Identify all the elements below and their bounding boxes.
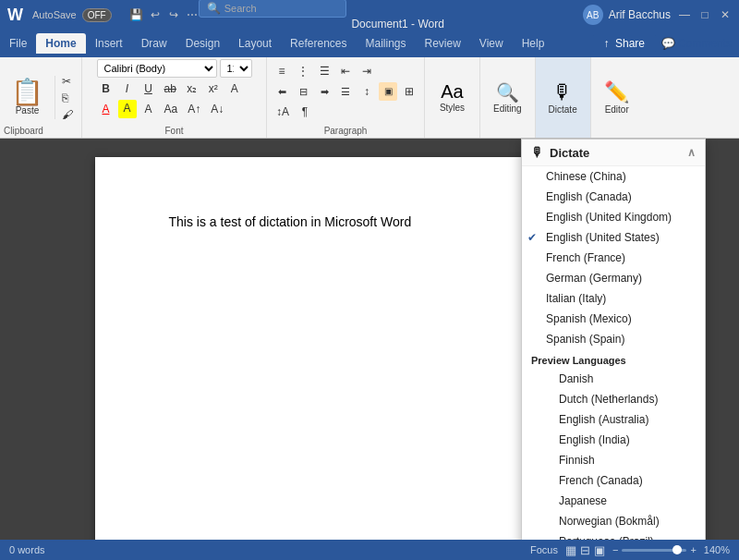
lang-finnish[interactable]: Finnish [522, 450, 705, 470]
tab-design[interactable]: Design [176, 33, 229, 54]
font-group: Calibri (Body) 11 B I U ab x₂ x² A A [82, 57, 267, 138]
subscript-button[interactable]: x₂ [183, 79, 201, 98]
highlight-button[interactable]: A [118, 100, 137, 118]
tab-draw[interactable]: Draw [132, 33, 176, 54]
lang-english-uk[interactable]: English (United Kingdom) [522, 207, 705, 227]
share-icon: ↑ [604, 37, 610, 50]
grow-font-button[interactable]: A↑ [184, 100, 204, 118]
superscript-button[interactable]: x² [204, 79, 223, 98]
increase-indent-button[interactable]: ⇥ [357, 62, 376, 80]
multilevel-button[interactable]: ☰ [315, 62, 333, 80]
lang-spanish-spain[interactable]: Spanish (Spain) [522, 329, 705, 349]
tab-view[interactable]: View [470, 33, 513, 54]
restore-button[interactable]: □ [698, 8, 711, 21]
read-view-icon[interactable]: ▣ [594, 543, 605, 557]
editor-button[interactable]: ✏️ Editor [597, 77, 637, 118]
lang-dutch-netherlands[interactable]: Dutch (Netherlands) [522, 389, 705, 409]
underline-button[interactable]: U [139, 79, 158, 98]
styles-button[interactable]: Aa Styles [432, 78, 473, 116]
tab-insert[interactable]: Insert [86, 33, 132, 54]
dictate-dropdown-close[interactable]: ∧ [687, 146, 696, 159]
tab-home[interactable]: Home [36, 33, 85, 54]
lang-chinese-china[interactable]: Chinese (China) [522, 166, 705, 187]
zoom-slider-track[interactable] [622, 549, 686, 552]
font-color-button[interactable]: A [97, 100, 115, 118]
search-bar[interactable]: 🔍 Search [199, 0, 346, 18]
ribbon-groups: 📋 Paste ✂ ⎘ 🖌 Clipboard Calibri (Body) [0, 57, 739, 138]
show-marks-button[interactable]: ¶ [296, 103, 314, 121]
font-size-select[interactable]: 11 [220, 59, 252, 78]
align-left-button[interactable]: ⬅ [273, 82, 291, 101]
print-view-icon[interactable]: ▦ [565, 543, 576, 557]
extra-icon[interactable]: ⋯ [186, 8, 199, 21]
lang-portuguese-brazil[interactable]: Portuguese (Brazil) [522, 531, 705, 540]
italic-button[interactable]: I [118, 79, 137, 98]
lang-english-canada[interactable]: English (Canada) [522, 187, 705, 207]
share-button[interactable]: ↑ Share [593, 33, 656, 54]
lang-english-australia[interactable]: English (Australia) [522, 409, 705, 430]
shrink-font-button[interactable]: A↓ [207, 100, 227, 118]
bold-button[interactable]: B [97, 79, 115, 98]
tab-layout[interactable]: Layout [229, 33, 281, 54]
clipboard-group: 📋 Paste ✂ ⎘ 🖌 Clipboard [0, 57, 82, 138]
cut-button[interactable]: ✂ [59, 74, 76, 89]
border-button[interactable]: ⊞ [400, 82, 418, 101]
zoom-control[interactable]: − + [612, 544, 697, 555]
font-color2-button[interactable]: A [139, 100, 158, 118]
tab-help[interactable]: Help [513, 33, 554, 54]
lang-english-india[interactable]: English (India) [522, 430, 705, 450]
decrease-indent-button[interactable]: ⇤ [336, 62, 355, 80]
minimize-button[interactable]: — [678, 8, 691, 21]
zoom-level[interactable]: 140% [704, 544, 730, 555]
save-icon[interactable]: 💾 [130, 8, 143, 21]
undo-icon[interactable]: ↩ [149, 8, 162, 21]
zoom-minus-icon[interactable]: − [612, 544, 618, 555]
focus-button[interactable]: Focus [530, 544, 558, 555]
format-painter-button[interactable]: 🖌 [59, 107, 76, 122]
close-button[interactable]: ✕ [719, 8, 732, 21]
lang-french-france[interactable]: French (France) [522, 248, 705, 268]
lang-danish[interactable]: Danish [522, 369, 705, 389]
numbering-button[interactable]: ⋮ [294, 62, 312, 80]
comments-button[interactable]: 💬 Comments [661, 37, 732, 50]
align-center-button[interactable]: ⊟ [294, 82, 312, 101]
align-right-button[interactable]: ➡ [315, 82, 333, 101]
lang-german-germany[interactable]: German (Germany) [522, 268, 705, 288]
zoom-plus-icon[interactable]: + [690, 544, 696, 555]
lang-english-us[interactable]: ✔ English (United States) [522, 227, 705, 248]
tab-review[interactable]: Review [416, 33, 470, 54]
status-bar: 0 words Focus ▦ ⊟ ▣ − + 140% [0, 540, 739, 560]
justify-button[interactable]: ☰ [336, 82, 355, 101]
ribbon-tabs: File Home Insert Draw Design Layout Refe… [0, 30, 739, 57]
change-case-button[interactable]: Aa [161, 100, 182, 118]
sort-button[interactable]: ↕A [273, 103, 293, 121]
lang-french-canada[interactable]: French (Canada) [522, 470, 705, 491]
avatar: AB [583, 5, 603, 25]
lang-spanish-mexico[interactable]: Spanish (Mexico) [522, 309, 705, 329]
paste-button[interactable]: 📋 Paste [6, 76, 49, 119]
font-label: Font [164, 124, 183, 136]
editing-button[interactable]: 🔍 Editing [486, 78, 529, 117]
tab-file[interactable]: File [0, 33, 36, 54]
tab-mailings[interactable]: Mailings [356, 33, 415, 54]
line-spacing-button[interactable]: ↕ [357, 82, 376, 101]
dictate-button[interactable]: 🎙 Dictate [541, 77, 585, 118]
lang-italian-italy[interactable]: Italian (Italy) [522, 288, 705, 309]
strikethrough-button[interactable]: ab [161, 79, 180, 98]
clear-format-button[interactable]: A [225, 79, 244, 98]
user-area: AB Arif Bacchus [583, 5, 671, 25]
shading-button[interactable]: ▣ [379, 82, 397, 101]
autosave-toggle[interactable]: OFF [82, 8, 112, 22]
dictate-icon: 🎙 [552, 80, 573, 104]
redo-icon[interactable]: ↪ [167, 8, 180, 21]
editor-label: Editor [605, 104, 629, 115]
lang-japanese[interactable]: Japanese [522, 491, 705, 511]
tab-references[interactable]: References [281, 33, 356, 54]
bullets-button[interactable]: ≡ [273, 62, 291, 80]
lang-norwegian-bokmal[interactable]: Norwegian (Bokmål) [522, 511, 705, 531]
copy-button[interactable]: ⎘ [59, 91, 76, 105]
zoom-slider-thumb[interactable] [672, 545, 682, 554]
web-view-icon[interactable]: ⊟ [580, 543, 590, 557]
font-controls: Calibri (Body) 11 B I U ab x₂ x² A A [97, 59, 252, 124]
font-family-select[interactable]: Calibri (Body) [97, 59, 217, 78]
